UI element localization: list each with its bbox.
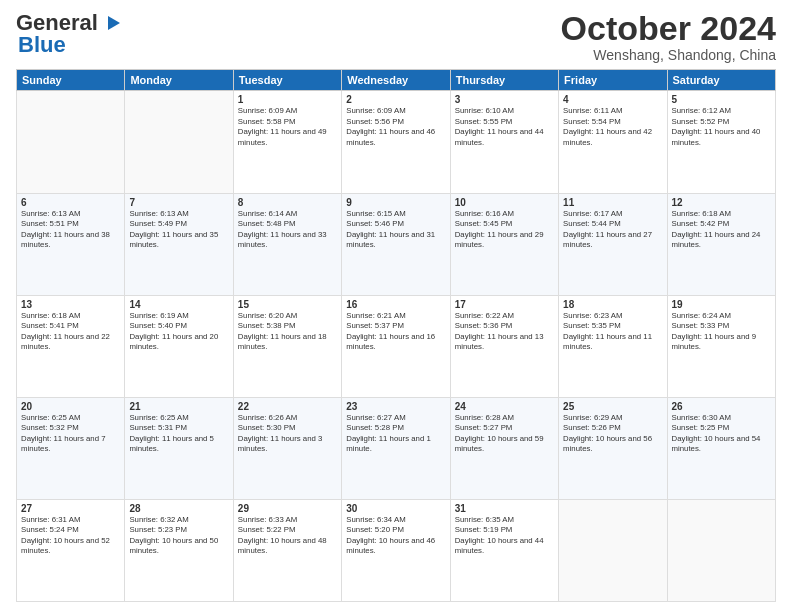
cell-info: Sunrise: 6:20 AMSunset: 5:38 PMDaylight:… — [238, 311, 327, 352]
cell-info: Sunrise: 6:09 AMSunset: 5:56 PMDaylight:… — [346, 106, 435, 147]
day-number: 29 — [238, 503, 337, 514]
day-number: 31 — [455, 503, 554, 514]
calendar-cell: 31 Sunrise: 6:35 AMSunset: 5:19 PMDaylig… — [450, 499, 558, 601]
calendar-cell: 29 Sunrise: 6:33 AMSunset: 5:22 PMDaylig… — [233, 499, 341, 601]
page: General Blue October 2024 Wenshang, Shan… — [0, 0, 792, 612]
day-number: 17 — [455, 299, 554, 310]
cell-info: Sunrise: 6:13 AMSunset: 5:51 PMDaylight:… — [21, 209, 110, 250]
calendar-cell: 2 Sunrise: 6:09 AMSunset: 5:56 PMDayligh… — [342, 91, 450, 193]
calendar-cell: 5 Sunrise: 6:12 AMSunset: 5:52 PMDayligh… — [667, 91, 775, 193]
calendar-cell: 10 Sunrise: 6:16 AMSunset: 5:45 PMDaylig… — [450, 193, 558, 295]
calendar-table: SundayMondayTuesdayWednesdayThursdayFrid… — [16, 69, 776, 602]
cell-info: Sunrise: 6:22 AMSunset: 5:36 PMDaylight:… — [455, 311, 544, 352]
calendar-week-row: 20 Sunrise: 6:25 AMSunset: 5:32 PMDaylig… — [17, 397, 776, 499]
calendar-day-header: Wednesday — [342, 70, 450, 91]
day-number: 7 — [129, 197, 228, 208]
day-number: 25 — [563, 401, 662, 412]
day-number: 3 — [455, 94, 554, 105]
calendar-cell — [125, 91, 233, 193]
cell-info: Sunrise: 6:10 AMSunset: 5:55 PMDaylight:… — [455, 106, 544, 147]
header: General Blue October 2024 Wenshang, Shan… — [16, 10, 776, 63]
calendar-cell: 4 Sunrise: 6:11 AMSunset: 5:54 PMDayligh… — [559, 91, 667, 193]
calendar-cell: 7 Sunrise: 6:13 AMSunset: 5:49 PMDayligh… — [125, 193, 233, 295]
cell-info: Sunrise: 6:32 AMSunset: 5:23 PMDaylight:… — [129, 515, 218, 556]
logo-icon — [100, 12, 122, 34]
calendar-cell: 16 Sunrise: 6:21 AMSunset: 5:37 PMDaylig… — [342, 295, 450, 397]
month-title: October 2024 — [561, 10, 776, 47]
calendar-week-row: 1 Sunrise: 6:09 AMSunset: 5:58 PMDayligh… — [17, 91, 776, 193]
cell-info: Sunrise: 6:30 AMSunset: 5:25 PMDaylight:… — [672, 413, 761, 454]
calendar-day-header: Monday — [125, 70, 233, 91]
calendar-cell: 18 Sunrise: 6:23 AMSunset: 5:35 PMDaylig… — [559, 295, 667, 397]
cell-info: Sunrise: 6:11 AMSunset: 5:54 PMDaylight:… — [563, 106, 652, 147]
cell-info: Sunrise: 6:16 AMSunset: 5:45 PMDaylight:… — [455, 209, 544, 250]
day-number: 4 — [563, 94, 662, 105]
calendar-week-row: 27 Sunrise: 6:31 AMSunset: 5:24 PMDaylig… — [17, 499, 776, 601]
calendar-cell: 6 Sunrise: 6:13 AMSunset: 5:51 PMDayligh… — [17, 193, 125, 295]
day-number: 24 — [455, 401, 554, 412]
calendar-cell — [559, 499, 667, 601]
calendar-cell: 28 Sunrise: 6:32 AMSunset: 5:23 PMDaylig… — [125, 499, 233, 601]
cell-info: Sunrise: 6:25 AMSunset: 5:32 PMDaylight:… — [21, 413, 106, 454]
cell-info: Sunrise: 6:12 AMSunset: 5:52 PMDaylight:… — [672, 106, 761, 147]
calendar-cell: 13 Sunrise: 6:18 AMSunset: 5:41 PMDaylig… — [17, 295, 125, 397]
day-number: 28 — [129, 503, 228, 514]
cell-info: Sunrise: 6:29 AMSunset: 5:26 PMDaylight:… — [563, 413, 652, 454]
day-number: 8 — [238, 197, 337, 208]
cell-info: Sunrise: 6:21 AMSunset: 5:37 PMDaylight:… — [346, 311, 435, 352]
calendar-day-header: Saturday — [667, 70, 775, 91]
calendar-day-header: Tuesday — [233, 70, 341, 91]
cell-info: Sunrise: 6:25 AMSunset: 5:31 PMDaylight:… — [129, 413, 214, 454]
calendar-cell: 30 Sunrise: 6:34 AMSunset: 5:20 PMDaylig… — [342, 499, 450, 601]
calendar-cell: 25 Sunrise: 6:29 AMSunset: 5:26 PMDaylig… — [559, 397, 667, 499]
day-number: 20 — [21, 401, 120, 412]
calendar-cell: 27 Sunrise: 6:31 AMSunset: 5:24 PMDaylig… — [17, 499, 125, 601]
day-number: 19 — [672, 299, 771, 310]
calendar-day-header: Sunday — [17, 70, 125, 91]
cell-info: Sunrise: 6:15 AMSunset: 5:46 PMDaylight:… — [346, 209, 435, 250]
cell-info: Sunrise: 6:23 AMSunset: 5:35 PMDaylight:… — [563, 311, 652, 352]
calendar-header-row: SundayMondayTuesdayWednesdayThursdayFrid… — [17, 70, 776, 91]
cell-info: Sunrise: 6:34 AMSunset: 5:20 PMDaylight:… — [346, 515, 435, 556]
day-number: 21 — [129, 401, 228, 412]
day-number: 6 — [21, 197, 120, 208]
calendar-cell: 20 Sunrise: 6:25 AMSunset: 5:32 PMDaylig… — [17, 397, 125, 499]
location-subtitle: Wenshang, Shandong, China — [561, 47, 776, 63]
calendar-cell: 21 Sunrise: 6:25 AMSunset: 5:31 PMDaylig… — [125, 397, 233, 499]
logo-blue: Blue — [18, 32, 66, 58]
cell-info: Sunrise: 6:17 AMSunset: 5:44 PMDaylight:… — [563, 209, 652, 250]
calendar-cell: 15 Sunrise: 6:20 AMSunset: 5:38 PMDaylig… — [233, 295, 341, 397]
calendar-cell: 24 Sunrise: 6:28 AMSunset: 5:27 PMDaylig… — [450, 397, 558, 499]
day-number: 16 — [346, 299, 445, 310]
day-number: 1 — [238, 94, 337, 105]
day-number: 23 — [346, 401, 445, 412]
day-number: 11 — [563, 197, 662, 208]
title-block: October 2024 Wenshang, Shandong, China — [561, 10, 776, 63]
cell-info: Sunrise: 6:28 AMSunset: 5:27 PMDaylight:… — [455, 413, 544, 454]
day-number: 30 — [346, 503, 445, 514]
calendar-cell: 11 Sunrise: 6:17 AMSunset: 5:44 PMDaylig… — [559, 193, 667, 295]
day-number: 12 — [672, 197, 771, 208]
cell-info: Sunrise: 6:13 AMSunset: 5:49 PMDaylight:… — [129, 209, 218, 250]
logo: General Blue — [16, 10, 122, 58]
calendar-cell: 9 Sunrise: 6:15 AMSunset: 5:46 PMDayligh… — [342, 193, 450, 295]
calendar-cell: 22 Sunrise: 6:26 AMSunset: 5:30 PMDaylig… — [233, 397, 341, 499]
cell-info: Sunrise: 6:19 AMSunset: 5:40 PMDaylight:… — [129, 311, 218, 352]
calendar-cell: 26 Sunrise: 6:30 AMSunset: 5:25 PMDaylig… — [667, 397, 775, 499]
cell-info: Sunrise: 6:27 AMSunset: 5:28 PMDaylight:… — [346, 413, 431, 454]
day-number: 10 — [455, 197, 554, 208]
cell-info: Sunrise: 6:18 AMSunset: 5:41 PMDaylight:… — [21, 311, 110, 352]
calendar-cell: 23 Sunrise: 6:27 AMSunset: 5:28 PMDaylig… — [342, 397, 450, 499]
calendar-cell — [17, 91, 125, 193]
calendar-cell: 12 Sunrise: 6:18 AMSunset: 5:42 PMDaylig… — [667, 193, 775, 295]
day-number: 15 — [238, 299, 337, 310]
day-number: 9 — [346, 197, 445, 208]
cell-info: Sunrise: 6:18 AMSunset: 5:42 PMDaylight:… — [672, 209, 761, 250]
cell-info: Sunrise: 6:35 AMSunset: 5:19 PMDaylight:… — [455, 515, 544, 556]
calendar-cell: 14 Sunrise: 6:19 AMSunset: 5:40 PMDaylig… — [125, 295, 233, 397]
cell-info: Sunrise: 6:31 AMSunset: 5:24 PMDaylight:… — [21, 515, 110, 556]
calendar-cell: 19 Sunrise: 6:24 AMSunset: 5:33 PMDaylig… — [667, 295, 775, 397]
cell-info: Sunrise: 6:26 AMSunset: 5:30 PMDaylight:… — [238, 413, 323, 454]
day-number: 2 — [346, 94, 445, 105]
calendar-cell: 1 Sunrise: 6:09 AMSunset: 5:58 PMDayligh… — [233, 91, 341, 193]
